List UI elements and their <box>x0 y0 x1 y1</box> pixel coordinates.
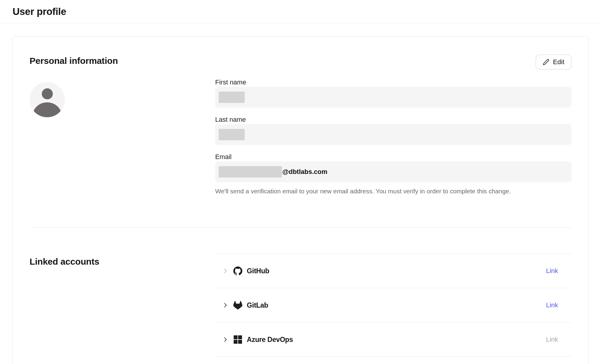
last-name-group: Last name <box>215 116 571 145</box>
linked-accounts-heading: Linked accounts <box>30 255 215 268</box>
last-name-field <box>215 124 571 145</box>
pencil-icon <box>543 59 549 65</box>
linked-account-row-gitlab: GitLab Link <box>215 288 571 323</box>
linked-accounts-list: GitHub Link GitLab Link <box>215 254 571 357</box>
provider-name: GitHub <box>247 267 269 275</box>
linked-accounts-section: Linked accounts GitHub Link <box>13 254 588 357</box>
provider-name: Azure DevOps <box>247 336 293 344</box>
section-divider <box>30 227 571 228</box>
personal-info-heading: Personal information <box>30 55 118 67</box>
email-field: @dbtlabs.com <box>215 161 571 182</box>
first-name-group: First name <box>215 78 571 108</box>
edit-button[interactable]: Edit <box>536 55 571 70</box>
github-icon <box>233 266 242 275</box>
azure-devops-link-action: Link <box>546 336 558 343</box>
page-header: User profile <box>0 0 601 23</box>
gitlab-link-action[interactable]: Link <box>546 301 558 309</box>
provider-name: GitLab <box>247 301 268 309</box>
profile-card: Personal information Edit First name <box>12 36 589 364</box>
page-title: User profile <box>13 6 66 17</box>
edit-button-label: Edit <box>553 58 564 66</box>
github-link-action[interactable]: Link <box>546 267 558 275</box>
email-group: Email @dbtlabs.com We'll send a verifica… <box>215 153 571 195</box>
redacted-value <box>219 166 282 178</box>
chevron-right-icon[interactable] <box>222 336 229 343</box>
chevron-right-icon[interactable] <box>222 268 229 274</box>
personal-info-body: First name Last name Email @dbtlabs.com … <box>13 78 588 203</box>
redacted-value <box>219 129 245 140</box>
first-name-label: First name <box>215 78 571 86</box>
personal-info-header: Personal information Edit <box>13 37 588 70</box>
first-name-field <box>215 87 571 108</box>
avatar <box>30 82 65 117</box>
linked-account-row-azure-devops: Azure DevOps Link <box>215 323 571 357</box>
email-helper-text: We'll send a verification email to your … <box>215 187 571 195</box>
last-name-label: Last name <box>215 116 571 124</box>
gitlab-icon <box>233 301 242 310</box>
email-label: Email <box>215 153 571 161</box>
chevron-right-icon[interactable] <box>222 302 229 309</box>
redacted-value <box>219 92 245 103</box>
email-domain-text: @dbtlabs.com <box>282 168 327 176</box>
azure-devops-icon <box>233 335 242 344</box>
avatar-person-icon <box>42 88 53 99</box>
personal-info-form: First name Last name Email @dbtlabs.com … <box>215 78 571 203</box>
linked-account-row-github: GitHub Link <box>215 254 571 288</box>
